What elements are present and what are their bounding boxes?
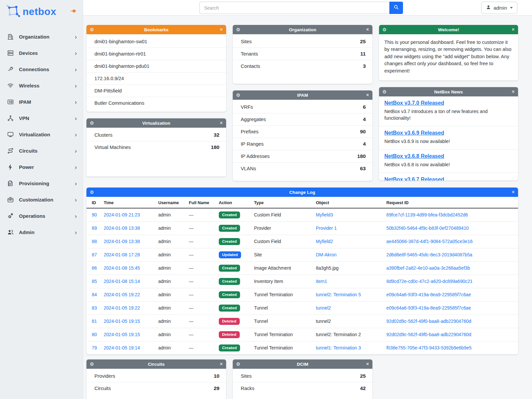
gear-icon[interactable]: ⚙ bbox=[382, 89, 389, 94]
changelog-id-link[interactable]: 79 bbox=[92, 345, 97, 350]
changelog-object[interactable]: Myfield2 bbox=[316, 239, 333, 244]
stat-label[interactable]: IP Addresses bbox=[241, 154, 270, 159]
bookmark-item[interactable]: DM-Pittsfield bbox=[86, 85, 226, 97]
stat-label[interactable]: Providers bbox=[94, 373, 115, 379]
changelog-time-link[interactable]: 2024-01-05 19:22 bbox=[104, 292, 140, 297]
sidebar-item-virtualization[interactable]: Virtualization› bbox=[0, 126, 83, 143]
changelog-object[interactable]: tunnel2: Termination 5 bbox=[316, 292, 361, 297]
changelog-time-link[interactable]: 2024-01-05 19:15 bbox=[104, 332, 140, 337]
changelog-request-link[interactable]: 50b32f40-5464-4f9c-b83f-0ef270489410 bbox=[386, 226, 469, 231]
changelog-request-link[interactable]: a390fbef-2a82-4e10-aa0a-3c268aa5ef3b bbox=[386, 266, 470, 271]
gear-icon[interactable]: ⚙ bbox=[90, 190, 96, 195]
bookmark-item[interactable]: 172.16.0.9/24 bbox=[86, 72, 226, 85]
close-icon[interactable]: × bbox=[216, 361, 223, 367]
gear-icon[interactable]: ⚙ bbox=[236, 27, 243, 32]
news-link[interactable]: NetBox v3.6.9 Released bbox=[384, 130, 444, 136]
sidebar-item-ipam[interactable]: IPAM› bbox=[0, 94, 83, 110]
changelog-object[interactable]: DM-Akron bbox=[316, 252, 336, 257]
stat-label[interactable]: Tenants bbox=[241, 51, 258, 57]
changelog-time-link[interactable]: 2024-01-09 21:23 bbox=[104, 212, 140, 217]
changelog-request-link[interactable]: ae445066-387d-44f1-9084-572a05ce3e16 bbox=[386, 239, 472, 244]
changelog-id-link[interactable]: 86 bbox=[92, 266, 97, 271]
sidebar-item-operations[interactable]: Operations› bbox=[0, 208, 83, 224]
sidebar-item-customization[interactable]: Customization› bbox=[0, 192, 83, 208]
changelog-request-link[interactable]: f038e755-705e-47f3-9433-5392b9e6b9e5 bbox=[386, 345, 471, 350]
changelog-request-link[interactable]: e09c64a6-93f3-419a-8ea9-229585f7c6ae bbox=[386, 306, 471, 311]
logo[interactable]: netbox bbox=[0, 0, 83, 25]
changelog-request-link[interactable]: 92d02d9c-562f-49f0-baa8-adb22904760d bbox=[386, 319, 471, 324]
close-icon[interactable]: × bbox=[362, 27, 369, 32]
changelog-id-link[interactable]: 84 bbox=[92, 292, 97, 297]
news-link[interactable]: NetBox v3.6.8 Released bbox=[384, 153, 444, 159]
changelog-id-link[interactable]: 83 bbox=[92, 306, 97, 311]
changelog-object[interactable]: tunnel2 bbox=[316, 306, 331, 311]
changelog-time-link[interactable]: 2024-01-05 19:22 bbox=[104, 306, 140, 311]
sidebar-item-devices[interactable]: Devices› bbox=[0, 45, 83, 61]
changelog-id-link[interactable]: 87 bbox=[92, 252, 97, 257]
gear-icon[interactable]: ⚙ bbox=[90, 27, 96, 32]
stat-label[interactable]: Racks bbox=[241, 386, 254, 391]
gear-icon[interactable]: ⚙ bbox=[90, 361, 96, 367]
bookmark-item[interactable]: dmi01-binghamton-rtr01 bbox=[86, 48, 226, 60]
changelog-request-link[interactable]: 2d6d6e8f-5465-45dc-8ec3-2019d4087b5a bbox=[386, 252, 472, 257]
stat-label[interactable]: Prefixes bbox=[241, 129, 258, 134]
news-link[interactable]: NetBox v3.6.7 Released bbox=[384, 177, 444, 181]
stat-label[interactable]: Virtual Machines bbox=[94, 145, 131, 150]
changelog-request-link[interactable]: 8d9cd72e-cd0c-47c2-a620-dc899a690c21 bbox=[386, 279, 472, 284]
bookmark-item[interactable]: dmi01-binghamton-sw01 bbox=[86, 36, 226, 48]
changelog-time-link[interactable]: 2024-01-05 19:15 bbox=[104, 319, 140, 324]
changelog-request-link[interactable]: 69fce7cf-1139-4d99-bfea-f3dcbd2452d6 bbox=[386, 212, 468, 217]
sidebar-item-wireless[interactable]: Wireless› bbox=[0, 77, 83, 94]
changelog-id-link[interactable]: 90 bbox=[92, 212, 97, 217]
changelog-id-link[interactable]: 88 bbox=[92, 239, 97, 244]
sidebar-item-admin[interactable]: Admin› bbox=[0, 224, 83, 240]
pin-sidebar-icon[interactable] bbox=[70, 8, 77, 15]
sidebar-item-vpn[interactable]: VPN› bbox=[0, 110, 83, 126]
close-icon[interactable]: × bbox=[216, 27, 223, 32]
changelog-id-link[interactable]: 81 bbox=[92, 319, 97, 324]
bookmark-item[interactable]: dmi01-binghamton-pdu01 bbox=[86, 60, 226, 72]
changelog-id-link[interactable]: 85 bbox=[92, 279, 97, 284]
stat-label[interactable]: Sites bbox=[241, 39, 252, 44]
stat-label[interactable]: Clusters bbox=[94, 132, 112, 138]
stat-label[interactable]: Circuits bbox=[94, 386, 111, 391]
news-link[interactable]: NetBox v3.7.0 Released bbox=[384, 100, 444, 106]
sidebar-item-connections[interactable]: Connections› bbox=[0, 61, 83, 77]
stat-label[interactable]: VRFs bbox=[241, 104, 253, 110]
changelog-object[interactable]: Myfield3 bbox=[316, 212, 333, 217]
changelog-object[interactable]: item1 bbox=[316, 279, 327, 284]
user-menu-button[interactable]: admin bbox=[481, 2, 517, 14]
changelog-request-link[interactable]: e09c64a6-93f3-419a-8ea9-229585f7c6ae bbox=[386, 292, 471, 297]
stat-label[interactable]: VLANs bbox=[241, 166, 256, 171]
changelog-time-link[interactable]: 2024-01-09 13:38 bbox=[104, 239, 140, 244]
changelog-object[interactable]: tunnel1: Termination 3 bbox=[316, 345, 361, 350]
changelog-time-link[interactable]: 2024-01-09 13:38 bbox=[104, 226, 140, 231]
close-icon[interactable]: × bbox=[508, 27, 515, 32]
stat-label[interactable]: IP Ranges bbox=[241, 141, 264, 147]
changelog-id-link[interactable]: 80 bbox=[92, 332, 97, 337]
gear-icon[interactable]: ⚙ bbox=[236, 92, 243, 98]
changelog-object[interactable]: Provider 1 bbox=[316, 226, 337, 231]
gear-icon[interactable]: ⚙ bbox=[236, 361, 243, 367]
gear-icon[interactable]: ⚙ bbox=[90, 120, 96, 126]
changelog-time-link[interactable]: 2024-01-05 19:14 bbox=[104, 345, 140, 350]
changelog-time-link[interactable]: 2024-01-08 15:14 bbox=[104, 279, 140, 284]
changelog-time-link[interactable]: 2024-01-08 17:28 bbox=[104, 252, 140, 257]
close-icon[interactable]: × bbox=[362, 92, 369, 98]
search-input[interactable] bbox=[200, 2, 389, 14]
close-icon[interactable]: × bbox=[508, 89, 515, 94]
sidebar-item-organization[interactable]: Organization› bbox=[0, 29, 83, 45]
close-icon[interactable]: × bbox=[508, 190, 515, 195]
close-icon[interactable]: × bbox=[362, 361, 369, 367]
gear-icon[interactable]: ⚙ bbox=[382, 27, 389, 32]
sidebar-item-circuits[interactable]: Circuits› bbox=[0, 143, 83, 159]
bookmark-item[interactable]: Butler Communications bbox=[86, 97, 226, 109]
changelog-request-link[interactable]: 92d02d9c-562f-49f0-baa8-adb22904760d bbox=[386, 332, 471, 337]
sidebar-item-power[interactable]: Power› bbox=[0, 159, 83, 175]
close-icon[interactable]: × bbox=[216, 120, 223, 126]
stat-label[interactable]: Contacts bbox=[241, 64, 260, 69]
search-button[interactable] bbox=[389, 2, 403, 14]
stat-label[interactable]: Aggregates bbox=[241, 117, 266, 122]
changelog-id-link[interactable]: 89 bbox=[92, 226, 97, 231]
changelog-time-link[interactable]: 2024-01-08 15:45 bbox=[104, 266, 140, 271]
